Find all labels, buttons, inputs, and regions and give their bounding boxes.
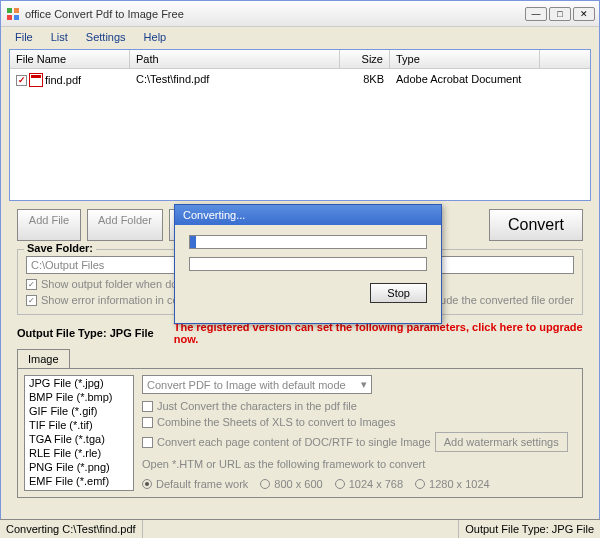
upgrade-link[interactable]: The registered version can set the follo… <box>174 321 583 345</box>
tab-content: JPG File (*.jpg) BMP File (*.bmp) GIF Fi… <box>17 368 583 498</box>
svg-rect-2 <box>7 15 12 20</box>
status-left: Converting C:\Test\find.pdf <box>0 520 143 538</box>
cell-type: Adobe Acrobat Document <box>390 71 540 89</box>
include-order-label: Include the converted file order <box>423 294 574 306</box>
statusbar: Converting C:\Test\find.pdf Output File … <box>0 519 600 538</box>
menu-file[interactable]: File <box>7 29 41 45</box>
file-name: find.pdf <box>45 74 81 86</box>
tabs: Image JPG File (*.jpg) BMP File (*.bmp) … <box>17 349 583 498</box>
titlebar: office Convert Pdf to Image Free — □ ✕ <box>1 1 599 27</box>
menu-settings[interactable]: Settings <box>78 29 134 45</box>
cell-path: C:\Test\find.pdf <box>130 71 340 89</box>
format-item[interactable]: EMF File (*.emf) <box>25 474 133 488</box>
window-controls: — □ ✕ <box>525 7 595 21</box>
file-list[interactable]: File Name Path Size Type ✓ find.pdf C:\T… <box>9 49 591 201</box>
combo-value: Convert PDF to Image with default mode <box>147 379 346 391</box>
radio-1280[interactable]: 1280 x 1024 <box>415 478 490 490</box>
convert-button[interactable]: Convert <box>489 209 583 241</box>
stop-button[interactable]: Stop <box>370 283 427 303</box>
tab-image[interactable]: Image <box>17 349 70 368</box>
checkbox-icon <box>142 417 153 428</box>
menubar: File List Settings Help <box>1 27 599 47</box>
col-filename[interactable]: File Name <box>10 50 130 68</box>
options-pane: Convert PDF to Image with default mode ▾… <box>142 375 576 491</box>
radio-icon <box>260 479 270 489</box>
just-chars-check[interactable]: Just Convert the characters in the pdf f… <box>142 400 576 412</box>
format-list[interactable]: JPG File (*.jpg) BMP File (*.bmp) GIF Fi… <box>24 375 134 491</box>
add-folder-button[interactable]: Add Folder <box>87 209 163 241</box>
file-row[interactable]: ✓ find.pdf C:\Test\find.pdf 8KB Adobe Ac… <box>10 69 590 91</box>
radio-icon <box>142 479 152 489</box>
converting-dialog: Converting... Stop <box>174 204 442 324</box>
add-file-button[interactable]: Add File <box>17 209 81 241</box>
radio-icon <box>415 479 425 489</box>
each-page-check[interactable]: Convert each page content of DOC/RTF to … <box>142 432 576 452</box>
menu-list[interactable]: List <box>43 29 76 45</box>
radio-1024[interactable]: 1024 x 768 <box>335 478 403 490</box>
cell-size: 8KB <box>340 71 390 89</box>
col-type[interactable]: Type <box>390 50 540 68</box>
save-folder-title: Save Folder: <box>24 242 96 254</box>
app-icon <box>5 6 21 22</box>
show-output-label: Show output folder when done <box>41 278 190 290</box>
progress-fill <box>190 236 196 248</box>
format-item[interactable]: JPG File (*.jpg) <box>25 376 133 390</box>
checkbox-icon <box>142 401 153 412</box>
maximize-button[interactable]: □ <box>549 7 571 21</box>
window-title: office Convert Pdf to Image Free <box>25 8 525 20</box>
radio-icon <box>335 479 345 489</box>
dialog-title: Converting... <box>175 205 441 225</box>
mode-combo[interactable]: Convert PDF to Image with default mode ▾ <box>142 375 372 394</box>
close-button[interactable]: ✕ <box>573 7 595 21</box>
format-item[interactable]: WMF File (*.wmf) <box>25 488 133 491</box>
col-path[interactable]: Path <box>130 50 340 68</box>
format-item[interactable]: RLE File (*.rle) <box>25 446 133 460</box>
radio-row: Default frame work 800 x 600 1024 x 768 … <box>142 474 576 490</box>
format-item[interactable]: GIF File (*.gif) <box>25 404 133 418</box>
radio-800[interactable]: 800 x 600 <box>260 478 322 490</box>
svg-rect-0 <box>7 8 12 13</box>
format-item[interactable]: BMP File (*.bmp) <box>25 390 133 404</box>
radio-default[interactable]: Default frame work <box>142 478 248 490</box>
combine-xls-check[interactable]: Combine the Sheets of XLS to convert to … <box>142 416 576 428</box>
svg-rect-3 <box>14 15 19 20</box>
file-list-header: File Name Path Size Type <box>10 50 590 69</box>
watermark-button[interactable]: Add watermark settings <box>435 432 568 452</box>
dialog-body: Stop <box>175 225 441 289</box>
svg-rect-1 <box>14 8 19 13</box>
format-item[interactable]: TIF File (*.tif) <box>25 418 133 432</box>
pdf-icon <box>29 73 43 87</box>
progress-bar-1 <box>189 235 427 249</box>
col-size[interactable]: Size <box>340 50 390 68</box>
dropdown-icon: ▾ <box>361 378 367 391</box>
menu-help[interactable]: Help <box>136 29 175 45</box>
cell-name: ✓ find.pdf <box>10 71 130 89</box>
checkbox-icon: ✓ <box>26 295 37 306</box>
check-icon[interactable]: ✓ <box>16 75 27 86</box>
format-item[interactable]: TGA File (*.tga) <box>25 432 133 446</box>
output-type-value: JPG File <box>110 327 154 339</box>
output-type-label: Output File Type: <box>17 327 107 339</box>
framework-label: Open *.HTM or URL as the following frame… <box>142 458 576 470</box>
minimize-button[interactable]: — <box>525 7 547 21</box>
checkbox-icon: ✓ <box>26 279 37 290</box>
checkbox-icon <box>142 437 153 448</box>
progress-bar-2 <box>189 257 427 271</box>
status-right: Output File Type: JPG File <box>458 520 600 538</box>
format-item[interactable]: PNG File (*.png) <box>25 460 133 474</box>
